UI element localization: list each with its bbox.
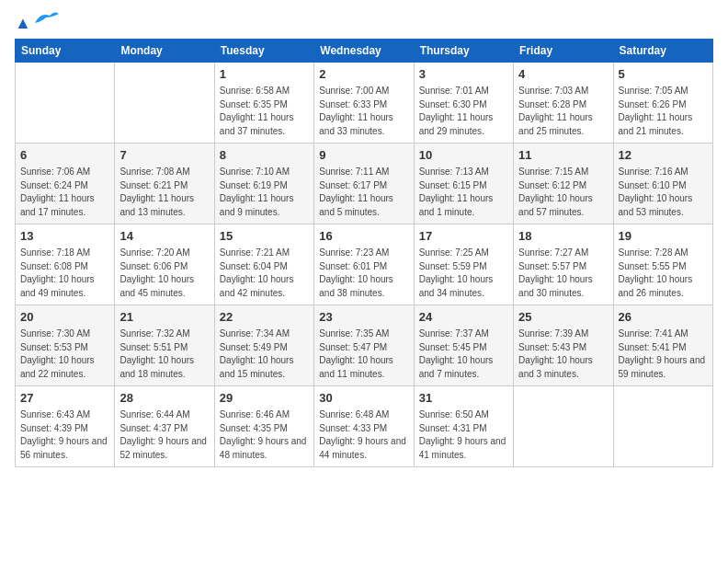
day-number: 14 bbox=[119, 228, 209, 245]
day-number: 26 bbox=[619, 309, 708, 326]
day-of-week-header: Saturday bbox=[613, 40, 712, 63]
day-of-week-header: Sunday bbox=[16, 40, 115, 63]
day-info: Sunrise: 7:25 AM Sunset: 5:59 PM Dayligh… bbox=[419, 247, 508, 300]
calendar-cell: 25Sunrise: 7:39 AM Sunset: 5:43 PM Dayli… bbox=[514, 305, 613, 386]
day-number: 12 bbox=[619, 147, 708, 164]
calendar-cell: 18Sunrise: 7:27 AM Sunset: 5:57 PM Dayli… bbox=[514, 224, 613, 305]
logo: ▲ bbox=[15, 15, 61, 31]
day-number: 25 bbox=[518, 309, 608, 326]
day-info: Sunrise: 7:11 AM Sunset: 6:17 PM Dayligh… bbox=[319, 166, 408, 219]
day-number: 11 bbox=[518, 147, 608, 164]
day-info: Sunrise: 7:01 AM Sunset: 6:30 PM Dayligh… bbox=[419, 85, 508, 138]
day-number: 28 bbox=[119, 390, 209, 407]
day-info: Sunrise: 7:32 AM Sunset: 5:51 PM Dayligh… bbox=[119, 327, 209, 381]
calendar-week-row: 27Sunrise: 6:43 AM Sunset: 4:39 PM Dayli… bbox=[16, 386, 713, 467]
day-info: Sunrise: 7:28 AM Sunset: 5:55 PM Dayligh… bbox=[619, 247, 708, 300]
day-info: Sunrise: 7:18 AM Sunset: 6:08 PM Dayligh… bbox=[20, 247, 109, 300]
day-number: 1 bbox=[220, 66, 309, 83]
calendar-cell: 27Sunrise: 6:43 AM Sunset: 4:39 PM Dayli… bbox=[16, 386, 115, 467]
calendar-cell: 11Sunrise: 7:15 AM Sunset: 6:12 PM Dayli… bbox=[514, 144, 613, 224]
day-info: Sunrise: 7:16 AM Sunset: 6:10 PM Dayligh… bbox=[619, 166, 708, 219]
day-number: 7 bbox=[119, 147, 209, 164]
calendar-cell bbox=[16, 63, 115, 144]
calendar-cell bbox=[514, 386, 613, 467]
day-number: 5 bbox=[619, 66, 708, 83]
page-header: ▲ bbox=[15, 15, 713, 31]
day-info: Sunrise: 7:10 AM Sunset: 6:19 PM Dayligh… bbox=[220, 166, 309, 219]
day-number: 20 bbox=[20, 309, 109, 326]
day-number: 3 bbox=[419, 66, 508, 83]
day-of-week-header: Monday bbox=[115, 40, 214, 63]
calendar-table: SundayMondayTuesdayWednesdayThursdayFrid… bbox=[15, 39, 713, 467]
calendar-cell: 4Sunrise: 7:03 AM Sunset: 6:28 PM Daylig… bbox=[514, 63, 613, 144]
day-of-week-header: Tuesday bbox=[214, 40, 313, 63]
day-info: Sunrise: 7:13 AM Sunset: 6:15 PM Dayligh… bbox=[419, 166, 508, 219]
day-number: 18 bbox=[518, 228, 608, 245]
calendar-cell: 19Sunrise: 7:28 AM Sunset: 5:55 PM Dayli… bbox=[613, 224, 712, 305]
day-number: 31 bbox=[419, 390, 508, 407]
day-number: 10 bbox=[419, 147, 508, 164]
day-number: 16 bbox=[319, 228, 408, 245]
calendar-cell: 21Sunrise: 7:32 AM Sunset: 5:51 PM Dayli… bbox=[115, 305, 214, 386]
day-info: Sunrise: 7:08 AM Sunset: 6:21 PM Dayligh… bbox=[119, 166, 209, 219]
day-info: Sunrise: 7:34 AM Sunset: 5:49 PM Dayligh… bbox=[220, 327, 309, 381]
day-number: 13 bbox=[20, 228, 109, 245]
day-of-week-header: Friday bbox=[514, 40, 613, 63]
day-info: Sunrise: 7:00 AM Sunset: 6:33 PM Dayligh… bbox=[319, 85, 408, 138]
calendar-cell: 26Sunrise: 7:41 AM Sunset: 5:41 PM Dayli… bbox=[613, 305, 712, 386]
calendar-cell: 3Sunrise: 7:01 AM Sunset: 6:30 PM Daylig… bbox=[414, 63, 513, 144]
day-info: Sunrise: 7:27 AM Sunset: 5:57 PM Dayligh… bbox=[518, 247, 608, 300]
calendar-cell: 17Sunrise: 7:25 AM Sunset: 5:59 PM Dayli… bbox=[414, 224, 513, 305]
day-of-week-header: Thursday bbox=[414, 40, 513, 63]
day-info: Sunrise: 6:58 AM Sunset: 6:35 PM Dayligh… bbox=[220, 85, 309, 138]
day-info: Sunrise: 7:03 AM Sunset: 6:28 PM Dayligh… bbox=[518, 85, 608, 138]
day-number: 27 bbox=[20, 390, 109, 407]
calendar-cell: 20Sunrise: 7:30 AM Sunset: 5:53 PM Dayli… bbox=[16, 305, 115, 386]
calendar-cell: 9Sunrise: 7:11 AM Sunset: 6:17 PM Daylig… bbox=[314, 144, 414, 224]
day-number: 6 bbox=[20, 147, 109, 164]
day-info: Sunrise: 6:48 AM Sunset: 4:33 PM Dayligh… bbox=[319, 408, 408, 462]
day-number: 23 bbox=[319, 309, 408, 326]
calendar-header-row: SundayMondayTuesdayWednesdayThursdayFrid… bbox=[16, 40, 713, 63]
day-number: 24 bbox=[419, 309, 508, 326]
day-number: 29 bbox=[220, 390, 309, 407]
calendar-cell: 14Sunrise: 7:20 AM Sunset: 6:06 PM Dayli… bbox=[115, 224, 214, 305]
day-info: Sunrise: 7:41 AM Sunset: 5:41 PM Dayligh… bbox=[619, 327, 708, 381]
day-number: 4 bbox=[518, 66, 608, 83]
day-info: Sunrise: 6:43 AM Sunset: 4:39 PM Dayligh… bbox=[20, 408, 109, 462]
day-number: 22 bbox=[220, 309, 309, 326]
day-info: Sunrise: 6:44 AM Sunset: 4:37 PM Dayligh… bbox=[119, 408, 209, 462]
calendar-week-row: 20Sunrise: 7:30 AM Sunset: 5:53 PM Dayli… bbox=[16, 305, 713, 386]
calendar-cell: 30Sunrise: 6:48 AM Sunset: 4:33 PM Dayli… bbox=[314, 386, 414, 467]
day-of-week-header: Wednesday bbox=[314, 40, 414, 63]
calendar-cell: 23Sunrise: 7:35 AM Sunset: 5:47 PM Dayli… bbox=[314, 305, 414, 386]
day-info: Sunrise: 6:50 AM Sunset: 4:31 PM Dayligh… bbox=[419, 408, 508, 462]
calendar-cell: 13Sunrise: 7:18 AM Sunset: 6:08 PM Dayli… bbox=[16, 224, 115, 305]
day-info: Sunrise: 7:05 AM Sunset: 6:26 PM Dayligh… bbox=[619, 85, 708, 138]
day-info: Sunrise: 7:06 AM Sunset: 6:24 PM Dayligh… bbox=[20, 166, 109, 219]
day-info: Sunrise: 7:30 AM Sunset: 5:53 PM Dayligh… bbox=[20, 327, 109, 381]
day-info: Sunrise: 7:39 AM Sunset: 5:43 PM Dayligh… bbox=[518, 327, 608, 381]
day-info: Sunrise: 7:35 AM Sunset: 5:47 PM Dayligh… bbox=[319, 327, 408, 381]
logo-text: ▲ bbox=[15, 15, 31, 31]
day-number: 30 bbox=[319, 390, 408, 407]
calendar-cell: 15Sunrise: 7:21 AM Sunset: 6:04 PM Dayli… bbox=[214, 224, 313, 305]
day-number: 19 bbox=[619, 228, 708, 245]
calendar-cell: 8Sunrise: 7:10 AM Sunset: 6:19 PM Daylig… bbox=[214, 144, 313, 224]
day-number: 2 bbox=[319, 66, 408, 83]
calendar-cell: 24Sunrise: 7:37 AM Sunset: 5:45 PM Dayli… bbox=[414, 305, 513, 386]
calendar-cell: 22Sunrise: 7:34 AM Sunset: 5:49 PM Dayli… bbox=[214, 305, 313, 386]
calendar-week-row: 13Sunrise: 7:18 AM Sunset: 6:08 PM Dayli… bbox=[16, 224, 713, 305]
calendar-cell bbox=[115, 63, 214, 144]
calendar-cell: 1Sunrise: 6:58 AM Sunset: 6:35 PM Daylig… bbox=[214, 63, 313, 144]
day-info: Sunrise: 7:21 AM Sunset: 6:04 PM Dayligh… bbox=[220, 247, 309, 300]
day-number: 8 bbox=[220, 147, 309, 164]
calendar-cell: 28Sunrise: 6:44 AM Sunset: 4:37 PM Dayli… bbox=[115, 386, 214, 467]
day-number: 17 bbox=[419, 228, 508, 245]
day-info: Sunrise: 7:15 AM Sunset: 6:12 PM Dayligh… bbox=[518, 166, 608, 219]
calendar-week-row: 6Sunrise: 7:06 AM Sunset: 6:24 PM Daylig… bbox=[16, 144, 713, 224]
calendar-cell: 7Sunrise: 7:08 AM Sunset: 6:21 PM Daylig… bbox=[115, 144, 214, 224]
calendar-cell: 6Sunrise: 7:06 AM Sunset: 6:24 PM Daylig… bbox=[16, 144, 115, 224]
calendar-cell: 12Sunrise: 7:16 AM Sunset: 6:10 PM Dayli… bbox=[613, 144, 712, 224]
calendar-cell: 29Sunrise: 6:46 AM Sunset: 4:35 PM Dayli… bbox=[214, 386, 313, 467]
